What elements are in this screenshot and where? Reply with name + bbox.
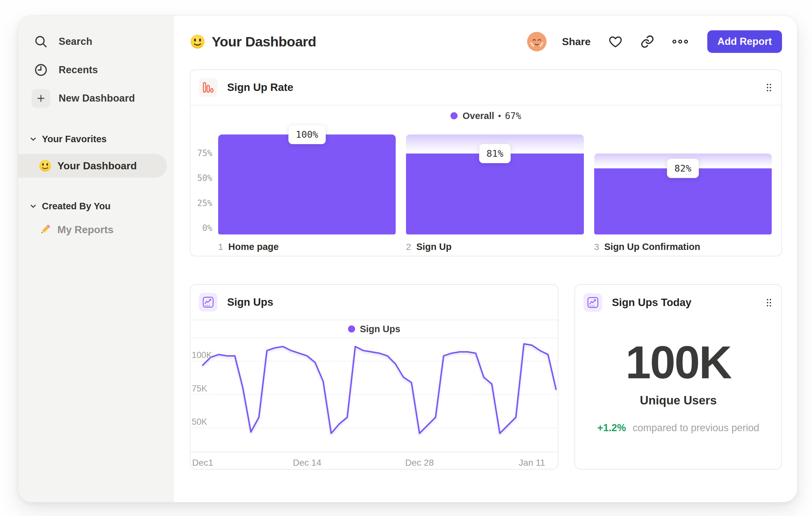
funnel-column: 81%: [406, 134, 584, 235]
clock-icon: [32, 61, 50, 79]
funnel-value-chip: 82%: [667, 159, 699, 178]
metric-label: Unique Users: [640, 394, 717, 407]
plus-icon: [32, 89, 50, 108]
line-chart-icon: [584, 293, 602, 312]
sidebar-item-search[interactable]: Search: [18, 27, 173, 56]
section-label: Created By You: [42, 201, 111, 212]
legend-label: Overall: [462, 111, 494, 121]
delta-note: compared to previous period: [633, 422, 759, 433]
link-icon: [640, 34, 655, 49]
metric-body: 100K Unique Users +1.2% compared to prev…: [575, 320, 781, 469]
sidebar: Search Recents New Dashboard: [18, 16, 174, 502]
funnel-value-chip: 81%: [479, 144, 511, 163]
smiley-emoji-icon: [190, 34, 205, 49]
dashboard-header: Your Dashboard Share: [190, 30, 782, 53]
funnel-bar: [218, 134, 396, 235]
smiley-emoji-icon: [39, 159, 52, 172]
funnel-category-number: 3: [594, 242, 599, 252]
funnel-categories: 1Home page2Sign Up3Sign Up Confirmation: [218, 242, 772, 252]
sidebar-item-label: Search: [59, 36, 92, 47]
page-title: Your Dashboard: [212, 34, 316, 50]
sidebar-item-my-reports[interactable]: My Reports: [18, 220, 173, 240]
delta-value: +1.2%: [598, 422, 626, 433]
funnel-category-number: 2: [406, 242, 411, 252]
copy-link-button[interactable]: [640, 34, 655, 49]
relieved-face-icon: [527, 32, 547, 51]
signups-x-labels: Dec1Dec 14Dec 28Jan 11: [191, 453, 558, 469]
legend-separator: •: [498, 111, 501, 121]
section-created-by-you[interactable]: Created By You: [18, 198, 173, 214]
signup-rate-card: Sign Up Rate Overall • 67% 100%81%82%75%…: [190, 69, 782, 256]
legend-dot-icon: [451, 112, 458, 119]
cards-row: Sign Ups Sign Ups 100K75K50K Dec1Dec 14D…: [190, 284, 782, 469]
main-content: Your Dashboard Share: [174, 16, 797, 502]
funnel-value-chip: 100%: [288, 125, 326, 144]
line-y-tick-label: 75K: [192, 384, 207, 394]
line-x-tick-label: Dec 14: [293, 458, 322, 468]
signups-card-header: Sign Ups: [191, 285, 558, 320]
funnel-y-tick-label: 0%: [202, 223, 212, 233]
share-button[interactable]: Share: [562, 36, 591, 48]
funnel-legend: Overall • 67%: [191, 105, 781, 126]
funnel-category: 3Sign Up Confirmation: [594, 242, 772, 252]
chevron-down-icon: [29, 202, 37, 210]
funnel-category-label: Sign Up: [416, 242, 452, 252]
metric-delta-row: +1.2% compared to previous period: [598, 422, 759, 434]
funnel-bar: [594, 168, 772, 235]
sidebar-item-recents[interactable]: Recents: [18, 56, 173, 84]
line-x-tick-label: Jan 11: [519, 458, 545, 468]
funnel-category: 2Sign Up: [406, 242, 584, 252]
funnel-bar: [406, 154, 584, 235]
sidebar-item-label: My Reports: [57, 224, 113, 236]
metric-value: 100K: [626, 340, 731, 385]
signups-chart: 100K75K50K: [191, 338, 558, 453]
favorite-heart-button[interactable]: [608, 34, 623, 49]
line-y-tick-label: 50K: [192, 417, 207, 427]
line-chart-icon: [199, 293, 218, 311]
signups-line-svg: [191, 338, 558, 453]
signups-card: Sign Ups Sign Ups 100K75K50K Dec1Dec 14D…: [190, 284, 558, 469]
pencil-emoji-icon: [39, 223, 52, 236]
line-x-tick-label: Dec1: [192, 458, 213, 468]
funnel-category: 1Home page: [218, 242, 396, 252]
line-y-tick-label: 100K: [192, 350, 212, 360]
section-label: Your Favorites: [42, 134, 107, 144]
card-title: Sign Ups Today: [612, 296, 692, 309]
card-title: Sign Up Rate: [227, 81, 293, 93]
drag-handle-icon[interactable]: [766, 83, 772, 92]
funnel-category-label: Home page: [228, 242, 279, 252]
sidebar-item-new-dashboard[interactable]: New Dashboard: [18, 84, 173, 113]
add-report-button[interactable]: Add Report: [707, 30, 782, 53]
funnel-y-tick-label: 50%: [197, 173, 212, 183]
signups-legend: Sign Ups: [191, 320, 558, 338]
funnel-category-label: Sign Up Confirmation: [604, 242, 700, 252]
legend-value: 67%: [505, 111, 521, 121]
sidebar-item-label: Recents: [59, 64, 98, 76]
funnel-plot: 100%81%82%75%50%25%0%: [218, 134, 772, 235]
funnel-y-tick-label: 75%: [197, 148, 212, 158]
heart-icon: [608, 34, 623, 49]
header-actions: Share Add Report: [527, 30, 782, 53]
legend-label: Sign Ups: [360, 324, 401, 334]
sidebar-item-label: New Dashboard: [59, 92, 135, 104]
card-title: Sign Ups: [227, 296, 273, 308]
more-options-button[interactable]: [672, 38, 689, 46]
funnel-column: 100%: [218, 134, 396, 235]
drag-handle-icon[interactable]: [766, 298, 772, 307]
legend-dot-icon: [348, 325, 355, 332]
funnel-chart-icon: [199, 78, 218, 97]
section-your-favorites[interactable]: Your Favorites: [18, 131, 173, 147]
search-icon: [32, 32, 50, 51]
funnel-y-tick-label: 25%: [197, 198, 212, 208]
signup-rate-card-header: Sign Up Rate: [191, 70, 781, 105]
avatar[interactable]: [527, 32, 547, 51]
ellipsis-icon: [672, 38, 689, 46]
sidebar-item-your-dashboard[interactable]: Your Dashboard: [18, 154, 167, 178]
chevron-down-icon: [29, 135, 37, 143]
funnel-chart: 100%81%82%75%50%25%0% 1Home page2Sign Up…: [218, 134, 772, 252]
app-window: Search Recents New Dashboard: [18, 16, 798, 503]
signups-today-card: Sign Ups Today 100K Unique Users +1.2%: [575, 284, 782, 469]
signups-line-series: [203, 344, 556, 433]
funnel-category-number: 1: [218, 242, 223, 252]
funnel-column: 82%: [594, 134, 772, 235]
